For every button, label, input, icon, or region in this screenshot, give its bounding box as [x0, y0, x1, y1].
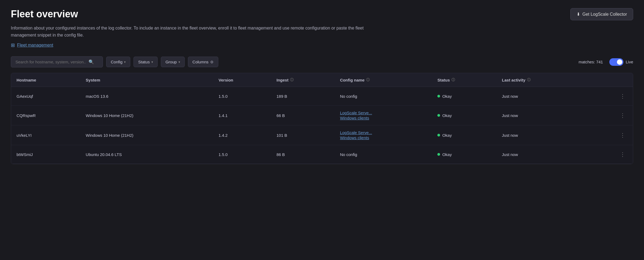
search-input[interactable] [15, 60, 86, 64]
matches-count: 741 [596, 60, 603, 64]
more-options-button[interactable]: ⋮ [618, 92, 627, 100]
cell-ingest-3: 86 B [271, 145, 334, 164]
fleet-link-row: ⊞ Fleet management [11, 42, 633, 48]
status-text: Okay [442, 133, 452, 138]
table-row: btWSmiJUbuntu 20.04.6 LTS1.5.086 BNo con… [11, 145, 633, 164]
cell-hostname-3: btWSmiJ [11, 145, 80, 164]
cell-system-0: macOS 13.6 [80, 87, 213, 106]
group-filter-button[interactable]: Group ▾ [161, 57, 185, 67]
live-label: Live [626, 60, 633, 64]
status-filter-button[interactable]: Status ▾ [134, 57, 158, 67]
col-actions [586, 73, 633, 87]
table-header: Hostname System Version Ingest ⓘ [11, 73, 633, 87]
columns-button[interactable]: Columns ⚙ [188, 57, 218, 67]
cell-version-0: 1.5.0 [213, 87, 271, 106]
cell-version-3: 1.5.0 [213, 145, 271, 164]
cell-system-3: Ubuntu 20.04.6 LTS [80, 145, 213, 164]
live-toggle-switch[interactable] [609, 58, 623, 66]
cell-hostname-2: uVkeLYI [11, 125, 80, 145]
fleet-table-container: Hostname System Version Ingest ⓘ [11, 73, 633, 164]
col-hostname: Hostname [11, 73, 80, 87]
group-filter-label: Group [165, 60, 177, 64]
last-activity-info-icon: ⓘ [527, 77, 531, 82]
config-chevron-icon: ▾ [124, 60, 126, 64]
cell-ingest-0: 189 B [271, 87, 334, 106]
page-description: Information about your configured instan… [11, 25, 390, 38]
matches-text: matches: 741 [578, 60, 603, 64]
table-body: GAexUqfmacOS 13.61.5.0189 BNo configOkay… [11, 87, 633, 164]
status-dot [437, 114, 440, 117]
status-chevron-icon: ▾ [151, 60, 153, 64]
cell-system-2: Windows 10 Home (21H2) [80, 125, 213, 145]
config-filter-button[interactable]: Config ▾ [106, 57, 130, 67]
status-info-icon: ⓘ [451, 77, 455, 82]
cell-status-1: Okay [432, 106, 496, 125]
cell-config-0: No config [334, 87, 432, 106]
col-config-name: Config name ⓘ [334, 73, 432, 87]
toolbar: 🔍 Config ▾ Status ▾ Group ▾ Columns ⚙ ma… [11, 56, 633, 67]
last-activity-col-label: Last activity [502, 78, 525, 82]
cell-config-2: LogScale Serve...Windows clients [334, 125, 432, 145]
status-filter-label: Status [138, 60, 150, 64]
ingest-info-icon: ⓘ [290, 77, 294, 82]
more-options-button[interactable]: ⋮ [618, 150, 627, 159]
table-header-row: Hostname System Version Ingest ⓘ [11, 73, 633, 87]
toggle-track [609, 58, 623, 66]
config-filter-label: Config [111, 60, 122, 64]
config-link[interactable]: Windows clients [340, 135, 427, 140]
cell-system-1: Windows 10 Home (21H2) [80, 106, 213, 125]
table-row: GAexUqfmacOS 13.61.5.0189 BNo configOkay… [11, 87, 633, 106]
config-link[interactable]: LogScale Serve... [340, 130, 427, 135]
search-box: 🔍 [11, 56, 103, 67]
col-version: Version [213, 73, 271, 87]
cell-last-activity-2: Just now [496, 125, 586, 145]
columns-label: Columns [193, 60, 209, 64]
cell-last-activity-3: Just now [496, 145, 586, 164]
cell-version-2: 1.4.2 [213, 125, 271, 145]
cell-config-1: LogScale Serve...Windows clients [334, 106, 432, 125]
cell-ingest-1: 66 B [271, 106, 334, 125]
col-ingest: Ingest ⓘ [271, 73, 334, 87]
col-system: System [80, 73, 213, 87]
cell-status-3: Okay [432, 145, 496, 164]
cell-config-3: No config [334, 145, 432, 164]
get-collector-label: Get LogScale Collector [582, 12, 627, 17]
cell-version-1: 1.4.1 [213, 106, 271, 125]
cell-status-2: Okay [432, 125, 496, 145]
status-col-label: Status [437, 78, 450, 82]
cell-status-0: Okay [432, 87, 496, 106]
toggle-thumb [617, 59, 622, 65]
gear-icon: ⚙ [210, 60, 214, 64]
version-col-label: Version [219, 78, 233, 82]
cell-hostname-1: CQRspwR [11, 106, 80, 125]
more-options-button[interactable]: ⋮ [618, 111, 627, 120]
cell-more-2: ⋮ [586, 125, 633, 145]
config-name-info-icon: ⓘ [366, 77, 370, 82]
config-link[interactable]: LogScale Serve... [340, 110, 427, 115]
status-dot [437, 95, 440, 98]
matches-label: matches: [578, 60, 595, 64]
config-link[interactable]: Windows clients [340, 116, 427, 120]
cell-hostname-0: GAexUqf [11, 87, 80, 106]
table-row: uVkeLYIWindows 10 Home (21H2)1.4.2101 BL… [11, 125, 633, 145]
table-row: CQRspwRWindows 10 Home (21H2)1.4.166 BLo… [11, 106, 633, 125]
config-name-col-label: Config name [340, 78, 365, 82]
group-chevron-icon: ▾ [178, 60, 180, 64]
page-title: Fleet overview [11, 8, 78, 20]
no-config-label: No config [340, 152, 357, 157]
get-collector-button[interactable]: ⬇ Get LogScale Collector [570, 8, 633, 20]
fleet-management-link[interactable]: Fleet management [17, 43, 53, 48]
fleet-table: Hostname System Version Ingest ⓘ [11, 73, 633, 164]
no-config-label: No config [340, 94, 357, 99]
system-col-label: System [86, 78, 100, 82]
hostname-col-label: Hostname [17, 78, 36, 82]
cell-more-0: ⋮ [586, 87, 633, 106]
status-text: Okay [442, 94, 452, 99]
cell-more-3: ⋮ [586, 145, 633, 164]
live-toggle: Live [609, 58, 633, 66]
more-options-button[interactable]: ⋮ [618, 131, 627, 139]
header-row: Fleet overview ⬇ Get LogScale Collector [11, 8, 633, 20]
search-icon: 🔍 [89, 59, 94, 64]
cell-last-activity-1: Just now [496, 106, 586, 125]
status-dot [437, 134, 440, 136]
